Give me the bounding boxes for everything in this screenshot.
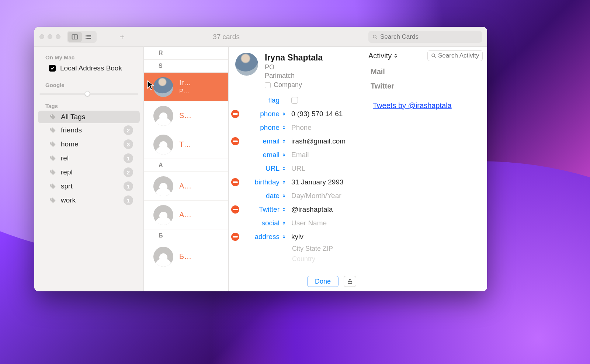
sidebar-all-tags[interactable]: All Tags xyxy=(38,111,140,123)
card-name[interactable]: Iryna Shaptala xyxy=(265,53,323,63)
tag-icon xyxy=(49,197,56,204)
field-label[interactable]: social xyxy=(242,219,280,227)
field-label[interactable]: URL xyxy=(242,164,280,173)
body: On My Mac Local Address Book Google Tags… xyxy=(34,47,487,291)
activity-twitter-header[interactable]: Twitter xyxy=(363,79,487,93)
card-company-toggle[interactable]: Company xyxy=(265,81,323,89)
field-social-add: social User Name xyxy=(229,216,358,230)
field-value[interactable]: 0 (93) 570 14 61 xyxy=(288,110,358,118)
sidebar-tag-rel[interactable]: rel1 xyxy=(38,151,140,165)
contact-list[interactable]: RSIr…P…S…T…AA…A…ББ… xyxy=(144,47,229,291)
traffic-close[interactable] xyxy=(39,34,44,39)
field-address: address kyiv xyxy=(229,230,358,243)
remove-field-button[interactable] xyxy=(231,205,239,214)
field-type-picker[interactable] xyxy=(280,112,288,116)
activity-filter[interactable]: Activity xyxy=(368,52,398,60)
field-value[interactable]: irash@gmail.com xyxy=(288,137,358,145)
sidebar-tag-home[interactable]: home3 xyxy=(38,137,140,151)
view-columns-button[interactable] xyxy=(68,32,82,42)
tag-icon xyxy=(49,155,56,162)
traffic-zoom[interactable] xyxy=(56,34,60,39)
field-label[interactable]: birthday xyxy=(242,178,280,186)
checkbox-icon[interactable] xyxy=(265,82,271,88)
sidebar-split-slider[interactable] xyxy=(39,90,138,98)
field-type-picker[interactable] xyxy=(280,221,288,225)
sidebar-local-address-book[interactable]: Local Address Book xyxy=(38,62,140,74)
field-label[interactable]: address xyxy=(242,233,280,241)
field-label[interactable]: email xyxy=(242,137,280,145)
field-placeholder[interactable]: Phone xyxy=(288,124,358,132)
sidebar-tag-repl[interactable]: repl2 xyxy=(38,165,140,179)
remove-field-button[interactable] xyxy=(231,110,239,118)
card-company-name[interactable]: Parimatch xyxy=(265,72,323,80)
field-label[interactable]: email xyxy=(242,151,280,159)
sidebar-item-label: home xyxy=(61,140,119,148)
sidebar-tag-friends[interactable]: friends2 xyxy=(38,123,140,137)
field-value[interactable]: @irashaptala xyxy=(288,205,358,214)
field-type-picker[interactable] xyxy=(280,139,288,143)
list-item[interactable]: T… xyxy=(144,130,228,159)
field-type-picker[interactable] xyxy=(280,153,288,157)
field-label[interactable]: date xyxy=(242,192,280,200)
list-item[interactable]: Б… xyxy=(144,242,228,271)
card-role[interactable]: PO xyxy=(265,63,323,71)
field-placeholder[interactable]: Email xyxy=(288,151,358,159)
checkbox-checked-icon[interactable] xyxy=(49,65,56,72)
field-type-picker[interactable] xyxy=(280,194,288,198)
contact-avatar-generic xyxy=(153,205,173,225)
address-city-zip[interactable]: City State ZIP xyxy=(229,243,358,254)
sidebar-tags-header: Tags xyxy=(34,100,143,111)
address-country[interactable]: Country xyxy=(229,254,358,264)
sidebar: On My Mac Local Address Book Google Tags… xyxy=(34,47,144,291)
field-label[interactable]: phone xyxy=(242,124,280,132)
field-type-picker[interactable] xyxy=(280,166,288,171)
list-item[interactable]: A… xyxy=(144,201,228,229)
sidebar-tag-work[interactable]: work1 xyxy=(38,193,140,207)
contact-avatar-generic xyxy=(153,135,173,155)
activity-search[interactable] xyxy=(427,50,483,61)
flag-checkbox[interactable] xyxy=(291,97,298,104)
remove-field-button[interactable] xyxy=(231,137,239,145)
traffic-minimize[interactable] xyxy=(48,34,52,39)
list-item[interactable]: A… xyxy=(144,172,228,201)
field-type-picker[interactable] xyxy=(280,235,288,239)
activity-mail-header[interactable]: Mail xyxy=(363,65,487,79)
list-item-name: Б… xyxy=(179,252,191,261)
done-button[interactable]: Done xyxy=(307,276,339,287)
contact-avatar-generic xyxy=(153,106,173,126)
field-label[interactable]: phone xyxy=(242,110,280,118)
contact-avatar-photo xyxy=(153,77,173,97)
svg-line-19 xyxy=(434,56,435,58)
tweets-link[interactable]: Tweets by @irashaptala xyxy=(363,93,487,110)
list-item[interactable]: S… xyxy=(144,101,228,130)
field-placeholder[interactable]: Day/Month/Year xyxy=(288,192,358,200)
sidebar-item-label: friends xyxy=(61,126,119,134)
card-avatar[interactable] xyxy=(235,53,258,76)
svg-point-18 xyxy=(432,54,435,57)
field-type-picker[interactable] xyxy=(280,207,288,212)
tag-icon xyxy=(49,183,56,190)
share-button[interactable] xyxy=(344,276,356,287)
field-phone-add: phone Phone xyxy=(229,121,358,134)
toolbar-search-input[interactable] xyxy=(380,33,478,41)
list-item[interactable]: Ir…P… xyxy=(144,73,228,101)
activity-search-input[interactable] xyxy=(438,52,479,59)
field-phone: phone 0 (93) 570 14 61 xyxy=(229,107,358,121)
field-type-picker[interactable] xyxy=(280,180,288,184)
remove-field-button[interactable] xyxy=(231,178,239,186)
sidebar-tag-sprt[interactable]: sprt1 xyxy=(38,179,140,193)
field-placeholder[interactable]: User Name xyxy=(288,219,358,227)
remove-field-button[interactable] xyxy=(231,233,239,241)
field-email: email irash@gmail.com xyxy=(229,134,358,148)
toolbar-search[interactable] xyxy=(368,31,482,43)
field-label[interactable]: Twitter xyxy=(242,205,280,214)
field-value[interactable]: 31 January 2993 xyxy=(288,178,358,186)
field-label[interactable]: flag xyxy=(242,96,280,104)
updown-icon xyxy=(282,235,286,239)
field-value[interactable]: kyiv xyxy=(288,233,358,241)
svg-point-13 xyxy=(51,156,52,157)
sidebar-item-label: work xyxy=(61,196,119,204)
field-placeholder[interactable]: URL xyxy=(288,164,358,173)
activity-header: Activity xyxy=(363,47,487,65)
field-type-picker[interactable] xyxy=(280,125,288,130)
